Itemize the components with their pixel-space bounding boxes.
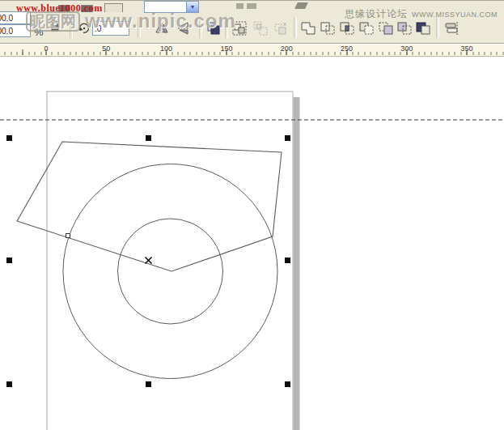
page-border <box>47 92 293 430</box>
import-icon[interactable] <box>104 3 123 12</box>
edge-node-marker[interactable] <box>66 234 70 238</box>
mirror-vertical-icon[interactable] <box>176 20 192 36</box>
weld-icon[interactable] <box>300 20 316 36</box>
nonproportional-lock-icon[interactable] <box>47 19 63 35</box>
pen-icon[interactable] <box>294 2 308 9</box>
separator <box>294 17 297 38</box>
combine-icon[interactable] <box>205 20 222 36</box>
document-drawing[interactable] <box>0 57 504 430</box>
selection-handle[interactable] <box>285 135 290 141</box>
cropped-text-fragment <box>236 3 244 9</box>
page-shadow <box>294 97 300 430</box>
group-icon[interactable] <box>231 20 248 36</box>
combine-bars-icon[interactable] <box>443 20 460 36</box>
simplify-icon[interactable] <box>358 20 375 36</box>
intersect-icon[interactable] <box>339 20 355 36</box>
rotation-icon[interactable] <box>76 20 92 36</box>
selection-handle[interactable] <box>285 381 290 387</box>
mirror-horizontal-icon[interactable] <box>154 20 170 36</box>
separator <box>70 17 73 38</box>
zoom-level-combo[interactable]: ▼ <box>144 1 199 13</box>
app-window: { "watermarks": { "blue1000": "www.blue1… <box>0 0 504 430</box>
blue1000-watermark: www.blue1000.com <box>16 2 103 15</box>
selection-handle[interactable] <box>6 381 12 387</box>
trim-icon[interactable] <box>320 20 336 36</box>
selection-handle[interactable] <box>146 381 151 387</box>
cropped-text-fragment <box>247 3 256 9</box>
separator <box>138 17 141 38</box>
selection-handle[interactable] <box>6 135 12 141</box>
property-bar: % <box>0 14 504 44</box>
create-boundary-icon[interactable] <box>415 20 431 36</box>
separator <box>225 17 228 38</box>
percent-label: % <box>34 26 44 38</box>
drawing-canvas[interactable] <box>0 57 504 430</box>
ruler-major-ticks <box>0 49 504 55</box>
selection-handle[interactable] <box>6 258 12 263</box>
separator <box>199 17 202 38</box>
ungroup-all-icon[interactable] <box>273 20 289 36</box>
rotation-angle-input[interactable] <box>92 21 129 36</box>
horizontal-ruler[interactable]: 0 50 100 150 200 250 300 350 <box>0 44 504 57</box>
scale-y-input[interactable] <box>0 24 31 37</box>
selection-handle[interactable] <box>285 258 290 263</box>
front-minus-back-icon[interactable] <box>378 20 394 36</box>
combo-dropdown-arrow-icon[interactable]: ▼ <box>186 2 198 12</box>
separator <box>436 17 439 38</box>
ungroup-icon[interactable] <box>252 20 269 36</box>
selection-handle[interactable] <box>146 135 151 141</box>
back-minus-front-icon[interactable] <box>396 20 413 36</box>
